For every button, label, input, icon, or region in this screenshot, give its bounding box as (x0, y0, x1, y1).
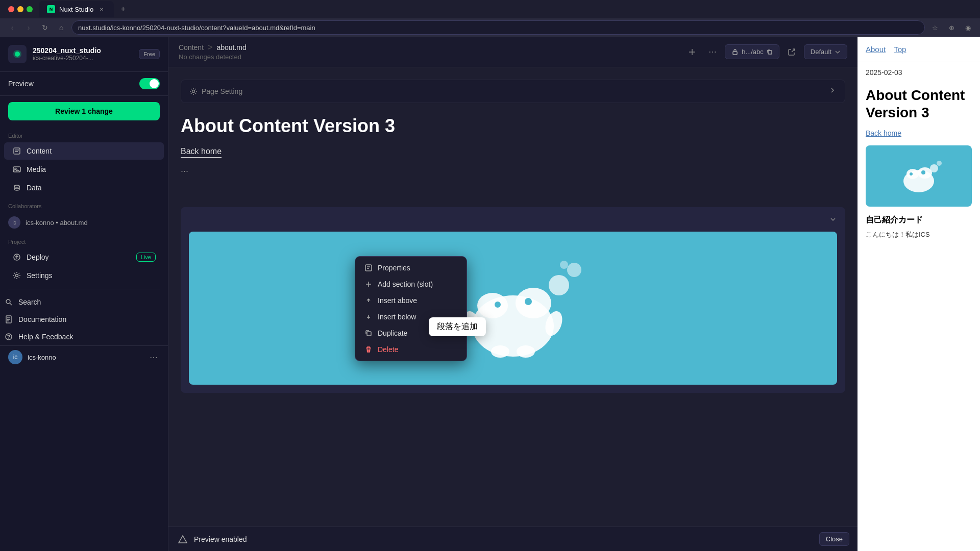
sidebar-item-deploy[interactable]: Deploy Live (4, 248, 164, 266)
home-button[interactable]: ⌂ (55, 21, 67, 34)
bookmark-button[interactable]: ☆ (929, 21, 941, 34)
insert-above-label: Insert above (378, 296, 417, 305)
external-link-icon[interactable] (783, 44, 800, 60)
browser-nav: ‹ › ↻ ⌂ nuxt.studio/ics-konno/250204-nux… (0, 18, 980, 37)
new-tab-button[interactable]: + (116, 2, 130, 16)
help-icon (4, 332, 13, 341)
sidebar-item-content[interactable]: Content (4, 142, 164, 160)
context-menu-add-section[interactable]: Add section (slot) (358, 276, 463, 292)
preview-toggle[interactable] (139, 78, 160, 89)
sidebar-item-settings[interactable]: Settings (4, 267, 164, 284)
breadcrumb-separator: > (208, 43, 212, 52)
editor-title[interactable]: About Content Version 3 (181, 115, 845, 137)
sidebar-item-help[interactable]: Help & Feedback (0, 328, 168, 345)
context-menu: Properties Add section (slot) Insert abo… (355, 256, 467, 361)
right-nav-top[interactable]: Top (894, 45, 906, 54)
page-setting-bar: Page Setting (181, 80, 845, 103)
svg-point-31 (516, 288, 551, 318)
lock-icon (731, 48, 739, 56)
three-dots-button[interactable]: ··· (181, 166, 845, 177)
url-text: nuxt.studio/ics-konno/250204-nuxt-studio… (78, 24, 315, 32)
deploy-icon (12, 253, 21, 262)
breadcrumb: Content > about.md (179, 43, 247, 52)
extensions-button[interactable]: ⊕ (945, 21, 958, 34)
back-button[interactable]: ‹ (6, 21, 18, 34)
url-bar[interactable]: nuxt.studio/ics-konno/250204-nuxt-studio… (71, 20, 925, 35)
data-label: Data (27, 184, 42, 192)
page-setting-label: Page Setting (189, 87, 242, 95)
page-setting-chevron[interactable] (828, 86, 837, 96)
more-options-icon[interactable]: ⋯ (704, 44, 721, 60)
content-icon (12, 146, 21, 156)
chevron-down-icon[interactable] (829, 215, 837, 223)
user-menu-button[interactable]: ⋯ (148, 351, 160, 363)
preview-url-button[interactable]: h.../abc (725, 44, 779, 59)
sidebar-item-data[interactable]: Data (4, 179, 164, 196)
add-section-label: Add section (slot) (378, 280, 433, 288)
svg-point-35 (517, 345, 535, 358)
sidebar-item-search[interactable]: Search (0, 293, 168, 311)
forward-button[interactable]: › (22, 21, 35, 34)
svg-rect-28 (367, 332, 371, 336)
breadcrumb-current: about.md (216, 43, 246, 52)
preview-triangle-icon (177, 533, 189, 545)
svg-rect-20 (733, 52, 737, 55)
delete-icon (364, 345, 373, 354)
sidebar-divider (8, 289, 160, 289)
svg-point-7 (14, 185, 19, 187)
header-status: No changes detected (179, 53, 247, 61)
chevron-down-icon (835, 49, 841, 55)
svg-point-38 (549, 275, 569, 295)
right-panel-back-home[interactable]: Back home (857, 125, 980, 141)
active-tab[interactable]: N Nuxt Studio ✕ (39, 1, 114, 17)
traffic-yellow[interactable] (17, 6, 23, 12)
tab-favicon: N (47, 5, 55, 13)
properties-icon (364, 264, 373, 272)
context-menu-delete[interactable]: Delete (358, 341, 463, 358)
reload-button[interactable]: ↻ (39, 21, 51, 34)
traffic-green[interactable] (27, 6, 33, 12)
right-nav-about[interactable]: About (866, 45, 886, 54)
svg-point-9 (16, 274, 18, 277)
review-change-button[interactable]: Review 1 change (8, 102, 160, 120)
content-card (181, 207, 845, 393)
default-dropdown[interactable]: Default (804, 44, 847, 59)
zoom-icon[interactable] (684, 44, 700, 60)
help-label: Help & Feedback (18, 333, 73, 341)
svg-point-30 (477, 293, 508, 318)
image-section (189, 232, 837, 385)
tab-title: Nuxt Studio (59, 6, 93, 13)
traffic-lights (4, 6, 37, 12)
right-panel-card-text: こんにちは！私はICS (857, 230, 980, 240)
context-menu-properties[interactable]: Properties (358, 260, 463, 276)
sidebar-logo (8, 45, 27, 63)
svg-point-34 (491, 345, 509, 358)
close-preview-button[interactable]: Close (819, 532, 849, 546)
svg-point-39 (567, 263, 581, 277)
preview-enabled-bar: Preview enabled Close (168, 527, 857, 551)
project-section-label: Project (0, 233, 168, 248)
profile-button[interactable]: ◉ (962, 21, 974, 34)
svg-rect-23 (365, 265, 372, 271)
sidebar-item-media[interactable]: Media (4, 161, 164, 178)
svg-point-36 (495, 302, 501, 308)
right-panel-date: 2025-02-03 (857, 62, 980, 83)
search-icon (4, 297, 13, 307)
breadcrumb-parent: Content (179, 43, 204, 52)
tab-close-button[interactable]: ✕ (97, 5, 106, 13)
svg-rect-21 (768, 51, 772, 54)
duplicate-label: Duplicate (378, 329, 407, 337)
right-panel: About Top 2025-02-03 About Content Versi… (857, 37, 980, 551)
preview-label: Preview (8, 80, 34, 88)
context-menu-insert-above[interactable]: Insert above (358, 292, 463, 309)
content-card-actions (829, 215, 837, 223)
traffic-red[interactable] (8, 6, 14, 12)
insert-below-label: Insert below (378, 313, 416, 321)
right-panel-image (866, 145, 972, 207)
back-home-link[interactable]: Back home (181, 147, 222, 158)
sidebar-item-documentation[interactable]: Documentation (0, 311, 168, 328)
svg-point-22 (192, 90, 195, 93)
content-area: Page Setting About Content Version 3 Bac… (168, 67, 857, 527)
collaborator-avatar: ic (8, 216, 20, 229)
svg-point-1 (15, 52, 20, 57)
